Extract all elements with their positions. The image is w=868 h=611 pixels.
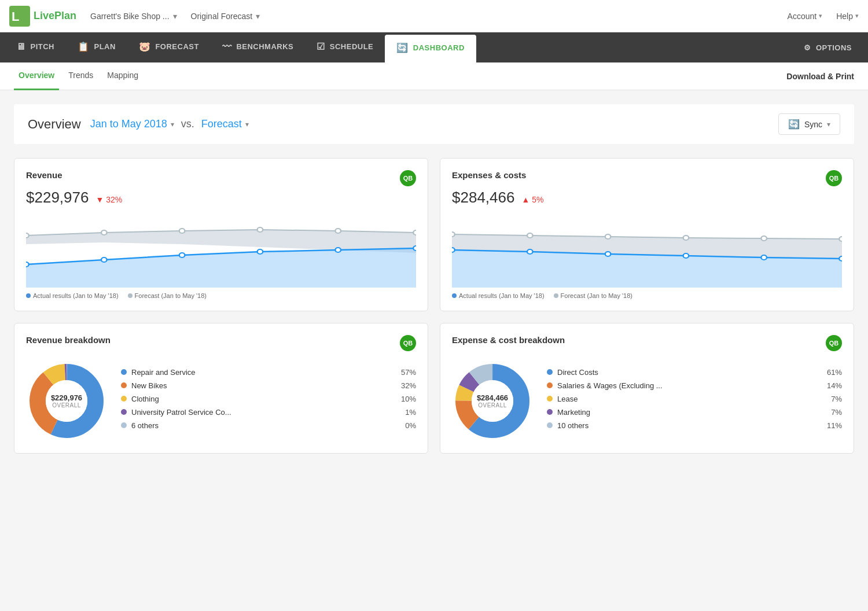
forecast-name: Original Forecast (191, 12, 253, 21)
nav-forecast-label: FORECAST (155, 42, 199, 51)
legend-circle-1 (121, 382, 127, 388)
svg-point-9 (413, 246, 416, 251)
expenses-change-arrow (521, 195, 532, 204)
expenses-legend-actual-text: Actual results (Jan to May '18) (459, 292, 545, 299)
main-nav: 🖥 PITCH 📋 PLAN 🐷 FORECAST 〰 BENCHMARKS ☑… (0, 32, 868, 62)
expense-donut-chart: $284,466 OVERALL (452, 360, 533, 441)
svg-point-14 (335, 229, 341, 233)
nav-schedule[interactable]: ☑ SCHEDULE (305, 32, 385, 62)
forecast-selector[interactable]: Original Forecast ▾ (191, 12, 260, 21)
revenue-donut-chart: $229,976 OVERALL (26, 360, 107, 441)
comparison-chevron: ▾ (245, 120, 249, 128)
expenses-legend-dot-forecast (554, 293, 558, 298)
benchmarks-icon: 〰 (222, 42, 232, 52)
subnav-overview-label: Overview (19, 71, 54, 80)
company-chevron: ▾ (173, 12, 177, 21)
expense-donut-amount: $284,466 (477, 393, 508, 402)
expense-legend-label-4: 10 others (557, 421, 589, 430)
expenses-legend-forecast-text: Forecast (Jan to May '18) (561, 292, 632, 299)
expense-breakdown-content: $284,466 OVERALL Direct Costs 61% (452, 360, 842, 441)
date-range-selector[interactable]: Jan to May 2018 ▾ (90, 118, 174, 130)
expense-legend-pct-4: 11% (827, 421, 842, 430)
top-nav: L LivePlan Garrett's Bike Shop ... ▾ Ori… (0, 0, 868, 32)
nav-plan[interactable]: 📋 PLAN (66, 32, 127, 62)
legend-dot-actual (26, 293, 31, 298)
nav-dashboard-label: DASHBOARD (413, 43, 465, 52)
legend-label-3: University Patrol Service Co... (131, 408, 231, 417)
legend-circle-2 (121, 396, 127, 402)
legend-pct-2: 10% (401, 395, 416, 403)
subnav-overview[interactable]: Overview (14, 62, 59, 90)
forecast-chevron: ▾ (256, 12, 260, 21)
legend-row-3: University Patrol Service Co... 1% (121, 408, 416, 417)
svg-point-23 (839, 256, 842, 261)
expense-legend-label-1: Salaries & Wages (Excluding ... (557, 381, 663, 390)
revenue-amount: $229,976 (26, 189, 89, 207)
top-cards: Revenue QB $229,976 32% (14, 158, 854, 311)
revenue-breakdown-legend: Repair and Service 57% New Bikes 32% (121, 368, 416, 435)
nav-benchmarks-label: BENCHMARKS (236, 42, 293, 51)
logo-text: LivePlan (34, 10, 76, 22)
expense-legend-pct-1: 14% (827, 381, 842, 390)
nav-dashboard[interactable]: 🔄 DASHBOARD (385, 35, 476, 62)
revenue-breakdown-qb-icon[interactable]: QB (400, 335, 416, 351)
svg-point-7 (258, 249, 263, 254)
help-link[interactable]: Help ▾ (836, 12, 859, 21)
expense-breakdown-header: Expense & cost breakdown QB (452, 335, 842, 351)
svg-point-29 (839, 237, 842, 241)
expenses-chart-legend: Actual results (Jan to May '18) Forecast… (452, 292, 842, 299)
vs-text: vs. (181, 118, 194, 130)
legend-row-0: Repair and Service 57% (121, 368, 416, 377)
legend-pct-0: 57% (401, 368, 416, 377)
expenses-card-header: Expenses & costs QB (452, 170, 842, 186)
subnav-mapping[interactable]: Mapping (102, 62, 143, 90)
svg-point-5 (101, 257, 107, 262)
nav-benchmarks[interactable]: 〰 BENCHMARKS (211, 32, 305, 62)
legend-forecast: Forecast (Jan to May '18) (128, 292, 207, 299)
revenue-breakdown-content: $229,976 OVERALL Repair and Service 57% (26, 360, 416, 441)
expenses-card-title: Expenses & costs (452, 170, 526, 180)
expense-legend-row-0: Direct Costs 61% (547, 368, 842, 377)
svg-point-24 (452, 232, 455, 237)
revenue-change-arrow (95, 195, 106, 204)
expense-legend-pct-2: 7% (831, 395, 842, 403)
subnav-trends[interactable]: Trends (64, 62, 98, 90)
comparison-selector[interactable]: Forecast ▾ (201, 118, 249, 130)
legend-actual: Actual results (Jan to May '18) (26, 292, 119, 299)
expense-breakdown-qb-icon[interactable]: QB (826, 335, 842, 351)
breakdown-cards: Revenue breakdown QB (14, 323, 854, 454)
sync-button[interactable]: 🔄 Sync ▾ (778, 113, 840, 135)
company-selector[interactable]: Garrett's Bike Shop ... ▾ (90, 12, 177, 21)
nav-forecast[interactable]: 🐷 FORECAST (127, 32, 211, 62)
dashboard-icon: 🔄 (396, 42, 409, 53)
legend-circle-0 (121, 369, 127, 375)
legend-actual-text: Actual results (Jan to May '18) (33, 292, 119, 299)
legend-label-1: New Bikes (131, 381, 167, 390)
svg-point-20 (605, 252, 611, 256)
nav-pitch-label: PITCH (31, 42, 55, 51)
account-link[interactable]: Account ▾ (788, 12, 823, 21)
revenue-qb-icon[interactable]: QB (400, 170, 416, 186)
forecast-icon: 🐷 (139, 41, 151, 52)
svg-point-19 (527, 249, 533, 254)
expense-legend-circle-3 (547, 409, 553, 415)
legend-label-0: Repair and Service (131, 368, 196, 377)
expense-legend-pct-0: 61% (827, 368, 842, 377)
overview-header: Overview Jan to May 2018 ▾ vs. Forecast … (14, 104, 854, 144)
legend-row-4: 6 others 0% (121, 421, 416, 430)
nav-options-label: OPTIONS (816, 43, 852, 52)
download-print-button[interactable]: Download & Print (786, 72, 854, 81)
nav-options[interactable]: ⚙ OPTIONS (792, 32, 863, 62)
top-nav-right: Account ▾ Help ▾ (788, 12, 859, 21)
svg-point-12 (179, 229, 185, 233)
expense-legend-row-4: 10 others 11% (547, 421, 842, 430)
expense-legend-pct-3: 7% (831, 408, 842, 417)
expense-legend-row-3: Marketing 7% (547, 408, 842, 417)
revenue-breakdown-header: Revenue breakdown QB (26, 335, 416, 351)
nav-pitch[interactable]: 🖥 PITCH (5, 32, 66, 62)
expense-legend-circle-2 (547, 396, 553, 402)
expenses-qb-icon[interactable]: QB (826, 170, 842, 186)
expenses-amount: $284,466 (452, 189, 514, 207)
svg-point-21 (683, 253, 689, 258)
date-chevron: ▾ (171, 120, 174, 128)
